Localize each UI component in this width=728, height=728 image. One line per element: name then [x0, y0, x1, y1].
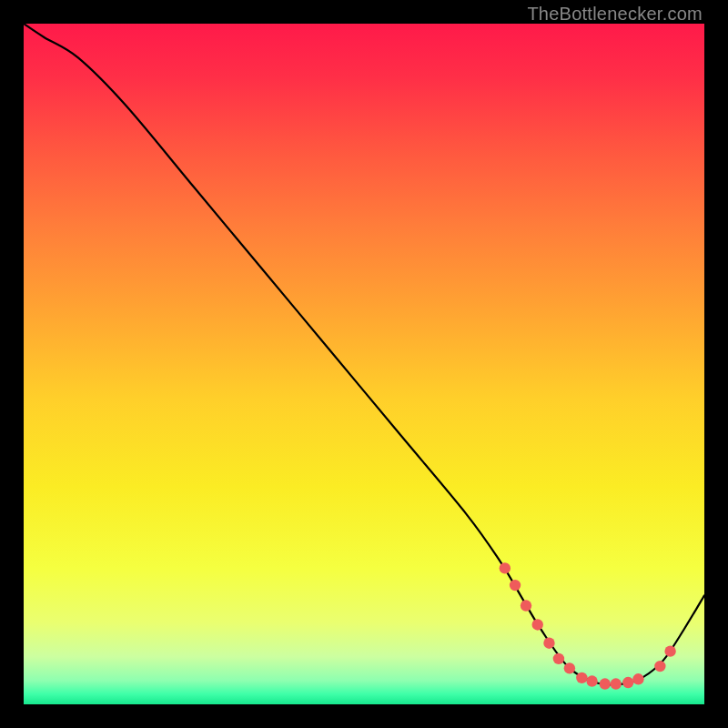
attribution-label: TheBottlenecker.com: [527, 4, 703, 25]
plot-area: [24, 24, 704, 704]
chart-container: TheBottlenecker.com: [0, 0, 728, 728]
gradient-background: [24, 24, 704, 704]
svg-rect-0: [24, 24, 704, 704]
